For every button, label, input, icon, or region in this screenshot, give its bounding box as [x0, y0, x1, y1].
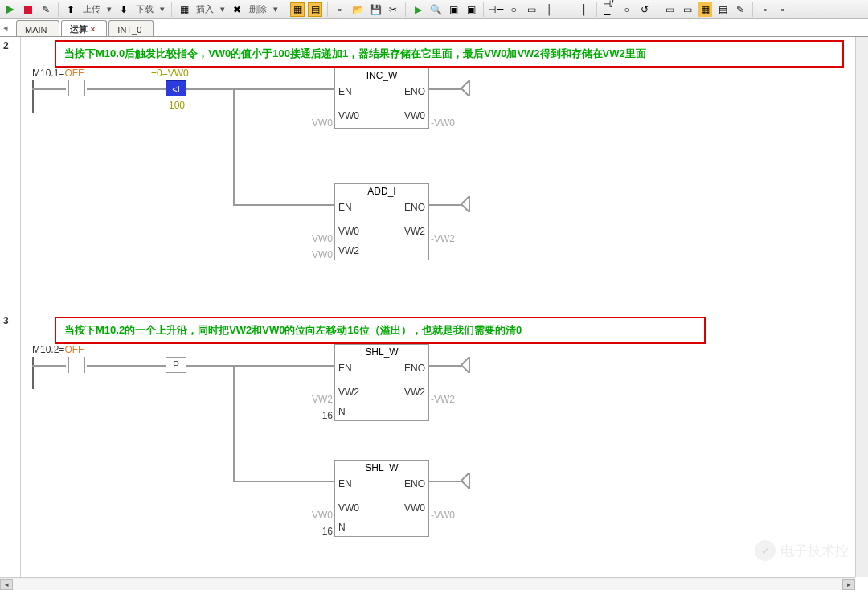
go-icon[interactable]: ▶	[411, 2, 425, 17]
cascade-icon[interactable]: ▭	[680, 2, 694, 17]
pulse-box[interactable]: P	[166, 357, 186, 373]
compare-bottom: 100	[169, 100, 185, 111]
stop-icon[interactable]	[21, 2, 35, 17]
open-icon[interactable]: 📂	[350, 2, 365, 17]
not-icon[interactable]: ○	[620, 2, 634, 17]
contact-address: M10.2=OFF	[32, 344, 84, 355]
download-label[interactable]: 下载	[134, 3, 155, 15]
find-icon[interactable]: 🔍	[428, 2, 443, 17]
help-icon[interactable]: ▫	[776, 2, 790, 17]
tab-scroll-left-icon[interactable]: ◂	[3, 23, 8, 33]
network-number: 3	[3, 315, 9, 326]
param-in: VW0	[299, 117, 333, 129]
compare-top: +0=VW0	[151, 68, 189, 79]
scroll-right-icon[interactable]: ▸	[842, 579, 855, 590]
function-block-shl-w[interactable]: SHL_W ENENO VW0VW0 N	[334, 460, 429, 537]
svg-line-12	[461, 481, 469, 489]
scroll-track[interactable]	[13, 579, 842, 590]
open-end-icon	[461, 196, 477, 212]
param-in2: VW0	[299, 249, 333, 260]
download-icon[interactable]: ⬇	[117, 2, 131, 17]
svg-line-5	[461, 196, 469, 204]
doc-icon[interactable]: ▫	[758, 2, 772, 17]
block-title: INC_W	[335, 68, 428, 83]
coil-icon[interactable]: ○	[506, 2, 521, 17]
branch-icon[interactable]: ┤	[542, 2, 556, 17]
tab-label: INT_0	[117, 25, 141, 35]
param-in1: VW0	[299, 233, 333, 244]
window-icon[interactable]: ▭	[662, 2, 677, 17]
param-n: 16	[310, 526, 333, 537]
insert-icon[interactable]: ▦	[177, 2, 191, 17]
network-comment: 当按下M10.0后触发比较指令，VW0的值小于100接通后递加1，器结果存储在它…	[55, 40, 844, 68]
save-icon[interactable]: 💾	[368, 2, 383, 17]
tab-yunsuan[interactable]: 运算×	[61, 20, 108, 36]
chart-icon[interactable]: ▤	[715, 2, 730, 17]
function-block-shl-w[interactable]: SHL_W ENENO VW2VW2 N	[334, 344, 429, 421]
svg-line-6	[461, 204, 469, 212]
ladder-canvas[interactable]: 当按下M10.0后触发比较指令，VW0的值小于100接通后递加1，器结果存储在它…	[21, 37, 868, 577]
contact-no[interactable]	[66, 80, 87, 96]
paste-icon[interactable]: ▣	[464, 2, 478, 17]
vline-icon[interactable]: │	[577, 2, 592, 17]
run-icon[interactable]	[3, 2, 18, 17]
block-title: SHL_W	[335, 345, 428, 359]
wechat-icon: ✔	[755, 540, 776, 561]
network-comment: 当按下M10.2的一个上升沿，同时把VW2和VW0的位向左移动16位（溢出），也…	[55, 317, 706, 344]
param-out: -VW0	[431, 510, 465, 521]
watermark: ✔ 电子技术控	[755, 540, 849, 561]
tab-label: MAIN	[25, 25, 47, 35]
open-end-icon	[461, 473, 477, 489]
watermark-text: 电子技术控	[780, 542, 849, 560]
compare-op[interactable]: <I	[166, 80, 186, 96]
nc-icon[interactable]: ⊣/⊢	[602, 2, 616, 17]
upload-icon[interactable]: ⬆	[63, 2, 78, 17]
contact-no-icon[interactable]: ⊣⊢	[489, 2, 503, 17]
svg-line-2	[461, 80, 469, 88]
monitor-icon[interactable]: ✎	[733, 2, 747, 17]
param-in: VW0	[299, 510, 333, 521]
editor-tabs: ◂ MAIN 运算× INT_0	[0, 19, 868, 37]
contact-no[interactable]	[66, 357, 87, 373]
tab-label: 运算	[70, 23, 88, 35]
block-title: ADD_I	[335, 184, 428, 199]
function-block-inc-w[interactable]: INC_W ENENO VW0VW0	[334, 68, 429, 129]
delete-label[interactable]: 删除	[248, 3, 268, 15]
horizontal-scrollbar[interactable]: ◂ ▸	[0, 577, 855, 590]
open-end-icon	[461, 357, 477, 373]
function-block-add-i[interactable]: ADD_I ENENO VW0VW2 VW2	[334, 183, 429, 260]
power-rail	[32, 357, 34, 389]
new-icon[interactable]: ▫	[333, 2, 347, 17]
svg-line-11	[461, 473, 469, 481]
table-icon[interactable]: ▦	[698, 2, 712, 17]
contact-address: M10.1=OFF	[32, 68, 84, 79]
props-icon[interactable]: ▤	[308, 2, 322, 17]
param-n: 16	[310, 410, 333, 421]
power-rail	[32, 80, 34, 113]
scroll-left-icon[interactable]: ◂	[0, 579, 13, 590]
tab-main[interactable]: MAIN	[16, 20, 59, 36]
copy-icon[interactable]: ▣	[446, 2, 461, 17]
reset-icon[interactable]: ↺	[637, 2, 652, 17]
delete-icon[interactable]: ✖	[230, 2, 244, 17]
block-title: SHL_W	[335, 461, 428, 475]
close-icon[interactable]: ×	[91, 25, 96, 34]
svg-line-8	[461, 357, 469, 365]
grid-icon[interactable]: ▦	[290, 2, 305, 17]
cut-icon[interactable]: ✂	[386, 2, 400, 17]
upload-label[interactable]: 上传	[81, 3, 102, 15]
svg-line-3	[461, 88, 469, 96]
edit-icon[interactable]: ✎	[39, 2, 53, 17]
svg-marker-0	[6, 6, 14, 14]
param-out: -VW0	[431, 117, 465, 129]
network-number: 2	[3, 40, 9, 51]
hline-icon[interactable]: ─	[559, 2, 574, 17]
vertical-scrollbar[interactable]	[855, 37, 868, 577]
ladder-editor: 2 3 当按下M10.0后触发比较指令，VW0的值小于100接通后递加1，器结果…	[0, 37, 868, 577]
insert-label[interactable]: 插入	[194, 3, 215, 15]
box-icon[interactable]: ▭	[524, 2, 538, 17]
tab-int0[interactable]: INT_0	[108, 20, 154, 36]
param-out: -VW2	[431, 394, 465, 405]
svg-rect-1	[24, 6, 32, 14]
open-end-icon	[461, 80, 477, 96]
